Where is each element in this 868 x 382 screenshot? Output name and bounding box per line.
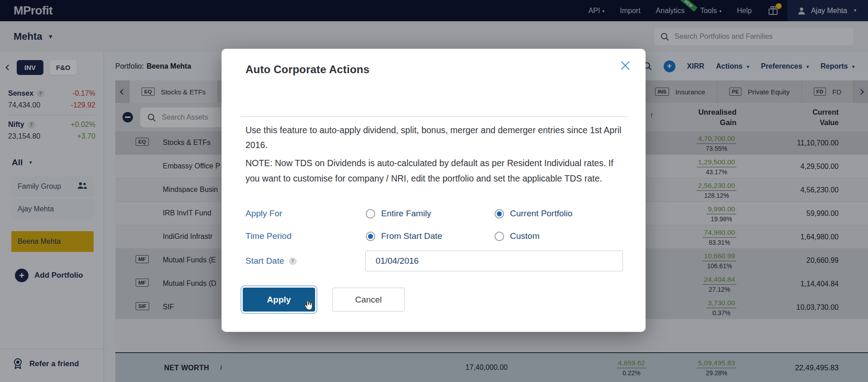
modal-note: NOTE: Now TDS on Dividends is auto-calcu… — [245, 155, 627, 186]
cursor-pointer — [303, 299, 314, 312]
time-period-label: Time Period — [245, 231, 292, 241]
help-icon[interactable]: ? — [289, 257, 297, 265]
radio-checked-icon[interactable] — [366, 232, 375, 241]
radio-current-portfolio[interactable]: Current Portfolio — [495, 209, 572, 219]
start-date-input[interactable] — [365, 251, 623, 271]
apply-for-label: Apply For — [245, 209, 282, 219]
radio-checked-icon[interactable] — [495, 209, 504, 219]
start-date-row: Start Date ? — [245, 249, 622, 273]
radio-custom[interactable]: Custom — [495, 231, 539, 241]
radio-entire-family[interactable]: Entire Family — [366, 209, 431, 219]
divider — [240, 116, 627, 117]
close-icon[interactable] — [620, 61, 630, 70]
app-screen: MProfit API▾ Import Analytics NEW Tools▾… — [0, 0, 868, 382]
radio-icon[interactable] — [366, 209, 375, 219]
time-period-row: Time Period From Start Date Custom — [245, 229, 622, 243]
apply-for-row: Apply For Entire Family Current Portfoli… — [245, 207, 622, 220]
radio-icon[interactable] — [495, 232, 504, 241]
start-date-label: Start Date ? — [245, 256, 297, 266]
modal-description: Use this feature to auto-apply dividend,… — [245, 123, 627, 153]
cancel-button[interactable]: Cancel — [332, 288, 405, 312]
auto-corporate-actions-modal: Auto Corporate Actions Use this feature … — [222, 49, 646, 332]
radio-from-start-date[interactable]: From Start Date — [366, 231, 442, 241]
modal-title: Auto Corporate Actions — [245, 63, 369, 76]
